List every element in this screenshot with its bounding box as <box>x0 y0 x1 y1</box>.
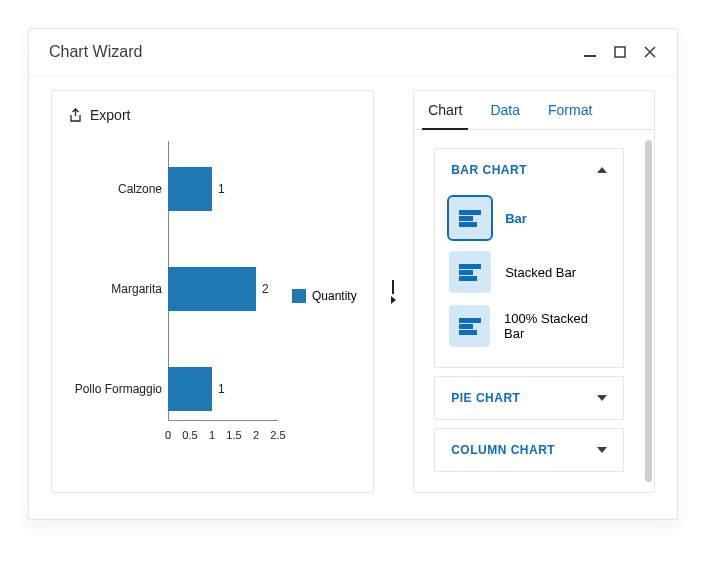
maximize-icon <box>614 46 626 58</box>
tabs: Chart Data Format <box>414 91 654 130</box>
x-tick: 2 <box>253 429 259 441</box>
legend: Quantity <box>292 289 357 303</box>
close-button[interactable] <box>643 45 657 59</box>
window-title: Chart Wizard <box>49 43 583 61</box>
section-header-pie[interactable]: PIE CHART <box>435 377 623 419</box>
category-label: Margarita <box>68 282 168 296</box>
splitter-handle[interactable] <box>390 90 398 493</box>
tab-format[interactable]: Format <box>534 91 606 129</box>
bar-value: 1 <box>218 382 225 396</box>
bar-value: 1 <box>218 182 225 196</box>
section-title: PIE CHART <box>451 391 520 405</box>
chart-preview-panel: Export Calzone 1 Margarita 2 <box>51 90 374 493</box>
tab-data[interactable]: Data <box>476 91 534 129</box>
section-column-chart: COLUMN CHART <box>434 428 624 472</box>
window-controls <box>583 45 657 59</box>
legend-label: Quantity <box>312 289 357 303</box>
chart-type-label: 100% Stacked Bar <box>504 311 609 341</box>
section-title: BAR CHART <box>451 163 527 177</box>
bar-row: Margarita 2 <box>68 259 278 319</box>
section-title: COLUMN CHART <box>451 443 555 457</box>
stacked100-bar-icon <box>459 317 481 335</box>
x-tick: 1 <box>209 429 215 441</box>
titlebar: Chart Wizard <box>29 29 677 76</box>
bar: 1 <box>168 367 212 411</box>
x-tick: 1.5 <box>226 429 241 441</box>
chart-type-stacked-bar[interactable]: Stacked Bar <box>449 245 609 299</box>
chevron-down-icon <box>597 395 607 401</box>
bar-chart-icon <box>459 209 481 227</box>
maximize-button[interactable] <box>613 45 627 59</box>
close-icon <box>644 46 656 58</box>
section-pie-chart: PIE CHART <box>434 376 624 420</box>
chart-wizard-window: Chart Wizard Export <box>28 28 678 520</box>
export-button[interactable]: Export <box>68 107 357 123</box>
tab-chart[interactable]: Chart <box>414 91 476 129</box>
export-icon <box>68 108 83 123</box>
stacked-bar-icon <box>459 263 481 281</box>
bar-row: Calzone 1 <box>68 159 278 219</box>
export-label: Export <box>90 107 130 123</box>
minimize-button[interactable] <box>583 45 597 59</box>
bar: 1 <box>168 167 212 211</box>
legend-swatch <box>292 289 306 303</box>
svg-rect-0 <box>584 55 596 57</box>
bar-row: Pollo Formaggio 1 <box>68 359 278 419</box>
section-header-column[interactable]: COLUMN CHART <box>435 429 623 471</box>
config-panel: Chart Data Format BAR CHART <box>413 90 655 493</box>
chevron-up-icon <box>597 167 607 173</box>
chart-type-label: Stacked Bar <box>505 265 576 280</box>
bar: 2 <box>168 267 256 311</box>
x-tick: 0.5 <box>182 429 197 441</box>
minimize-icon <box>584 46 596 58</box>
chart-canvas: Calzone 1 Margarita 2 Pollo Formaggio 1 … <box>68 141 278 451</box>
scrollbar[interactable] <box>645 140 652 482</box>
chevron-down-icon <box>597 447 607 453</box>
x-tick: 2.5 <box>270 429 285 441</box>
category-label: Pollo Formaggio <box>68 382 168 396</box>
section-header-bar[interactable]: BAR CHART <box>435 149 623 191</box>
chart-type-bar[interactable]: Bar <box>449 191 609 245</box>
x-axis: 0 0.5 1 1.5 2 2.5 <box>168 421 278 451</box>
chart-type-label: Bar <box>505 211 527 226</box>
x-tick: 0 <box>165 429 171 441</box>
svg-rect-1 <box>615 47 625 57</box>
bar-value: 2 <box>262 282 269 296</box>
chart-type-stacked100-bar[interactable]: 100% Stacked Bar <box>449 299 609 353</box>
section-bar-chart: BAR CHART Bar Stacked Bar <box>434 148 624 368</box>
category-label: Calzone <box>68 182 168 196</box>
